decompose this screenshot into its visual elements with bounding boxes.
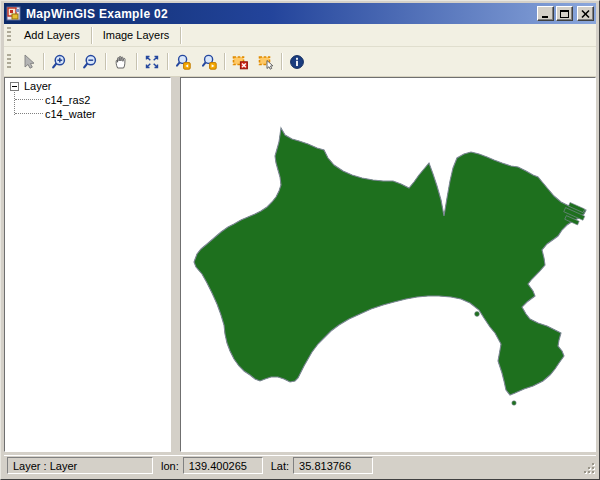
zoom-in-button[interactable]	[47, 50, 71, 73]
menu-bar: Add Layers Image Layers	[4, 24, 596, 47]
zoom-in-icon	[51, 54, 67, 70]
pan-hand-icon	[113, 54, 129, 70]
layer-tree-panel: Layer c14_ras2 c14_water	[4, 77, 171, 452]
window-title: MapWinGIS Example 02	[26, 7, 535, 21]
clear-selection-icon	[232, 54, 248, 70]
resize-grip[interactable]	[582, 461, 595, 474]
lat-value: 35.813766	[299, 460, 351, 472]
lat-value-panel: 35.813766	[293, 457, 373, 474]
pan-button[interactable]	[109, 50, 133, 73]
title-bar: MapWinGIS Example 02	[4, 3, 596, 24]
zoom-out-icon	[82, 54, 98, 70]
status-layer-text: Layer : Layer	[13, 460, 77, 472]
content-area: Layer c14_ras2 c14_water	[4, 77, 596, 452]
close-icon	[580, 9, 591, 19]
toolbar	[4, 47, 596, 77]
tree-root-layer[interactable]: Layer	[24, 80, 52, 92]
lon-label: lon:	[153, 460, 183, 472]
menu-image-layers[interactable]: Image Layers	[94, 26, 179, 45]
app-window: MapWinGIS Example 02 Add Layers Image La…	[0, 0, 600, 480]
cursor-tool-button[interactable]	[16, 50, 40, 73]
clear-selection-button[interactable]	[228, 50, 252, 73]
menu-separator	[180, 27, 181, 44]
cursor-arrow-icon	[20, 54, 36, 70]
toolbar-separator	[105, 53, 106, 70]
menu-grip[interactable]	[7, 27, 11, 43]
menu-add-layers[interactable]: Add Layers	[15, 26, 89, 45]
minimize-button[interactable]	[537, 6, 554, 21]
maximize-button[interactable]	[556, 6, 573, 21]
zoom-full-extent-button[interactable]	[140, 50, 164, 73]
info-icon	[289, 54, 305, 70]
info-button[interactable]	[285, 50, 309, 73]
app-icon	[6, 6, 22, 22]
lon-value-panel: 139.400265	[183, 457, 263, 474]
select-shapes-button[interactable]	[254, 50, 278, 73]
tree-item-c14-water[interactable]: c14_water	[45, 108, 96, 120]
status-layer-panel: Layer : Layer	[7, 457, 153, 474]
tree-collapse-toggle[interactable]	[10, 82, 19, 91]
close-button[interactable]	[577, 6, 594, 21]
toolbar-separator	[281, 53, 282, 70]
zoom-out-button[interactable]	[78, 50, 102, 73]
tree-connector	[14, 92, 15, 115]
toolbar-separator	[224, 53, 225, 70]
zoom-previous-icon	[175, 54, 191, 70]
tree-connector	[15, 113, 43, 114]
tree-item-c14-ras2[interactable]: c14_ras2	[45, 94, 90, 106]
select-shapes-icon	[258, 54, 274, 70]
map-canvas-kanagawa-terrain	[181, 78, 595, 449]
toolbar-separator	[136, 53, 137, 70]
zoom-next-icon	[201, 54, 217, 70]
toolbar-separator	[43, 53, 44, 70]
zoom-previous-button[interactable]	[171, 50, 195, 73]
status-bar: Layer : Layer lon: 139.400265 Lat: 35.81…	[4, 455, 596, 475]
maximize-icon	[559, 9, 570, 19]
lon-value: 139.400265	[189, 460, 247, 472]
zoom-next-button[interactable]	[197, 50, 221, 73]
toolbar-grip[interactable]	[7, 54, 11, 70]
panel-splitter[interactable]	[171, 77, 180, 452]
zoom-full-extent-icon	[144, 54, 160, 70]
minimize-icon	[540, 9, 551, 19]
toolbar-separator	[74, 53, 75, 70]
toolbar-separator	[167, 53, 168, 70]
tree-connector	[15, 99, 43, 100]
lat-label: Lat:	[263, 460, 293, 472]
menu-separator	[91, 27, 92, 44]
map-view[interactable]	[180, 77, 596, 452]
